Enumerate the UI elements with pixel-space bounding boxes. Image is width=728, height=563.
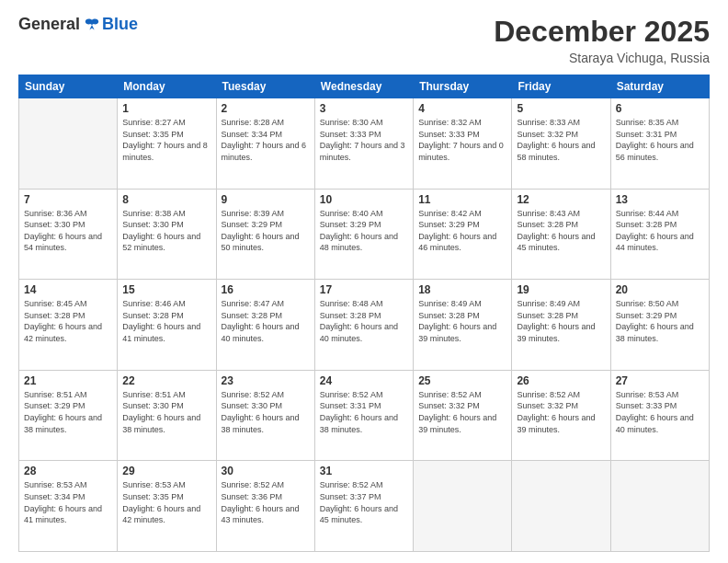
weekday-header-wednesday: Wednesday <box>314 75 413 98</box>
calendar-cell: 29Sunrise: 8:53 AMSunset: 3:35 PMDayligh… <box>118 461 216 552</box>
calendar-cell: 21Sunrise: 8:51 AMSunset: 3:29 PMDayligh… <box>19 370 118 461</box>
day-info: Sunrise: 8:28 AMSunset: 3:34 PMDaylight:… <box>222 117 310 163</box>
day-number: 4 <box>418 102 506 115</box>
calendar-cell: 8Sunrise: 8:38 AMSunset: 3:30 PMDaylight… <box>118 189 216 280</box>
day-number: 26 <box>517 374 605 387</box>
day-info: Sunrise: 8:52 AMSunset: 3:36 PMDaylight:… <box>222 479 310 525</box>
day-info: Sunrise: 8:49 AMSunset: 3:28 PMDaylight:… <box>517 298 605 344</box>
day-number: 31 <box>320 465 408 477</box>
calendar-cell: 2Sunrise: 8:28 AMSunset: 3:34 PMDaylight… <box>216 98 314 190</box>
day-info: Sunrise: 8:40 AMSunset: 3:29 PMDaylight:… <box>320 208 408 254</box>
day-info: Sunrise: 8:48 AMSunset: 3:28 PMDaylight:… <box>320 298 408 344</box>
logo-general: General <box>18 15 80 34</box>
calendar-cell: 17Sunrise: 8:48 AMSunset: 3:28 PMDayligh… <box>314 280 413 371</box>
calendar-cell: 16Sunrise: 8:47 AMSunset: 3:28 PMDayligh… <box>216 280 314 371</box>
calendar-cell: 18Sunrise: 8:49 AMSunset: 3:28 PMDayligh… <box>414 280 512 371</box>
calendar-week-1: 1Sunrise: 8:27 AMSunset: 3:35 PMDaylight… <box>19 98 710 190</box>
day-info: Sunrise: 8:52 AMSunset: 3:32 PMDaylight:… <box>418 389 506 435</box>
day-number: 11 <box>418 193 506 206</box>
calendar-cell: 6Sunrise: 8:35 AMSunset: 3:31 PMDaylight… <box>610 98 709 190</box>
day-number: 25 <box>418 374 506 387</box>
day-info: Sunrise: 8:36 AMSunset: 3:30 PMDaylight:… <box>24 208 112 254</box>
weekday-header-friday: Friday <box>512 75 610 98</box>
calendar-table: SundayMondayTuesdayWednesdayThursdayFrid… <box>18 75 710 552</box>
weekday-header-saturday: Saturday <box>610 75 709 98</box>
day-number: 1 <box>122 102 210 115</box>
logo-blue: Blue <box>102 15 138 34</box>
calendar-cell: 19Sunrise: 8:49 AMSunset: 3:28 PMDayligh… <box>512 280 610 371</box>
calendar-cell: 10Sunrise: 8:40 AMSunset: 3:29 PMDayligh… <box>314 189 413 280</box>
day-info: Sunrise: 8:45 AMSunset: 3:28 PMDaylight:… <box>24 298 112 344</box>
day-info: Sunrise: 8:42 AMSunset: 3:29 PMDaylight:… <box>418 208 506 254</box>
month-title: December 2025 <box>494 15 710 49</box>
weekday-header-tuesday: Tuesday <box>216 75 314 98</box>
weekday-header-sunday: Sunday <box>19 75 118 98</box>
calendar-cell: 12Sunrise: 8:43 AMSunset: 3:28 PMDayligh… <box>512 189 610 280</box>
calendar-cell <box>414 461 512 552</box>
calendar-cell: 9Sunrise: 8:39 AMSunset: 3:29 PMDaylight… <box>216 189 314 280</box>
day-info: Sunrise: 8:39 AMSunset: 3:29 PMDaylight:… <box>222 208 310 254</box>
calendar-cell: 4Sunrise: 8:32 AMSunset: 3:33 PMDaylight… <box>414 98 512 190</box>
day-info: Sunrise: 8:35 AMSunset: 3:31 PMDaylight:… <box>616 117 704 163</box>
day-info: Sunrise: 8:50 AMSunset: 3:29 PMDaylight:… <box>616 298 704 344</box>
calendar-cell <box>512 461 610 552</box>
calendar-cell: 24Sunrise: 8:52 AMSunset: 3:31 PMDayligh… <box>314 370 413 461</box>
day-number: 22 <box>122 374 210 387</box>
calendar-cell: 13Sunrise: 8:44 AMSunset: 3:28 PMDayligh… <box>610 189 709 280</box>
weekday-header-thursday: Thursday <box>414 75 512 98</box>
calendar-cell: 7Sunrise: 8:36 AMSunset: 3:30 PMDaylight… <box>19 189 118 280</box>
day-info: Sunrise: 8:51 AMSunset: 3:30 PMDaylight:… <box>122 389 210 435</box>
day-number: 2 <box>222 102 310 115</box>
location: Staraya Vichuga, Russia <box>494 51 710 65</box>
day-number: 28 <box>24 465 112 477</box>
header: General Blue December 2025 Staraya Vichu… <box>18 15 710 65</box>
calendar-cell <box>610 461 709 552</box>
calendar-cell: 23Sunrise: 8:52 AMSunset: 3:30 PMDayligh… <box>216 370 314 461</box>
calendar-week-5: 28Sunrise: 8:53 AMSunset: 3:34 PMDayligh… <box>19 461 710 552</box>
day-number: 16 <box>222 283 310 296</box>
day-number: 23 <box>222 374 310 387</box>
calendar-cell: 31Sunrise: 8:52 AMSunset: 3:37 PMDayligh… <box>314 461 413 552</box>
day-info: Sunrise: 8:53 AMSunset: 3:33 PMDaylight:… <box>616 389 704 435</box>
calendar-cell: 28Sunrise: 8:53 AMSunset: 3:34 PMDayligh… <box>19 461 118 552</box>
day-info: Sunrise: 8:43 AMSunset: 3:28 PMDaylight:… <box>517 208 605 254</box>
day-info: Sunrise: 8:49 AMSunset: 3:28 PMDaylight:… <box>418 298 506 344</box>
calendar-week-3: 14Sunrise: 8:45 AMSunset: 3:28 PMDayligh… <box>19 280 710 371</box>
day-info: Sunrise: 8:38 AMSunset: 3:30 PMDaylight:… <box>122 208 210 254</box>
calendar-cell: 11Sunrise: 8:42 AMSunset: 3:29 PMDayligh… <box>414 189 512 280</box>
day-info: Sunrise: 8:53 AMSunset: 3:34 PMDaylight:… <box>24 479 112 525</box>
calendar-cell: 1Sunrise: 8:27 AMSunset: 3:35 PMDaylight… <box>118 98 216 190</box>
calendar-cell: 15Sunrise: 8:46 AMSunset: 3:28 PMDayligh… <box>118 280 216 371</box>
day-info: Sunrise: 8:53 AMSunset: 3:35 PMDaylight:… <box>122 479 210 525</box>
day-info: Sunrise: 8:52 AMSunset: 3:32 PMDaylight:… <box>517 389 605 435</box>
logo: General Blue <box>18 15 138 34</box>
calendar-week-4: 21Sunrise: 8:51 AMSunset: 3:29 PMDayligh… <box>19 370 710 461</box>
day-info: Sunrise: 8:52 AMSunset: 3:31 PMDaylight:… <box>320 389 408 435</box>
day-info: Sunrise: 8:47 AMSunset: 3:28 PMDaylight:… <box>222 298 310 344</box>
day-info: Sunrise: 8:30 AMSunset: 3:33 PMDaylight:… <box>320 117 408 163</box>
calendar-cell: 26Sunrise: 8:52 AMSunset: 3:32 PMDayligh… <box>512 370 610 461</box>
weekday-header-row: SundayMondayTuesdayWednesdayThursdayFrid… <box>19 75 710 98</box>
calendar-cell: 20Sunrise: 8:50 AMSunset: 3:29 PMDayligh… <box>610 280 709 371</box>
day-info: Sunrise: 8:52 AMSunset: 3:30 PMDaylight:… <box>222 389 310 435</box>
day-info: Sunrise: 8:52 AMSunset: 3:37 PMDaylight:… <box>320 479 408 525</box>
day-number: 13 <box>616 193 704 206</box>
calendar-cell <box>19 98 118 190</box>
calendar-cell: 3Sunrise: 8:30 AMSunset: 3:33 PMDaylight… <box>314 98 413 190</box>
day-number: 17 <box>320 283 408 296</box>
page: General Blue December 2025 Staraya Vichu… <box>0 0 728 563</box>
day-number: 8 <box>122 193 210 206</box>
day-number: 20 <box>616 283 704 296</box>
day-info: Sunrise: 8:44 AMSunset: 3:28 PMDaylight:… <box>616 208 704 254</box>
day-number: 30 <box>222 465 310 477</box>
calendar-cell: 5Sunrise: 8:33 AMSunset: 3:32 PMDaylight… <box>512 98 610 190</box>
calendar-cell: 30Sunrise: 8:52 AMSunset: 3:36 PMDayligh… <box>216 461 314 552</box>
day-number: 21 <box>24 374 112 387</box>
day-number: 29 <box>122 465 210 477</box>
calendar-cell: 14Sunrise: 8:45 AMSunset: 3:28 PMDayligh… <box>19 280 118 371</box>
day-number: 15 <box>122 283 210 296</box>
day-number: 7 <box>24 193 112 206</box>
weekday-header-monday: Monday <box>118 75 216 98</box>
day-number: 14 <box>24 283 112 296</box>
day-info: Sunrise: 8:51 AMSunset: 3:29 PMDaylight:… <box>24 389 112 435</box>
